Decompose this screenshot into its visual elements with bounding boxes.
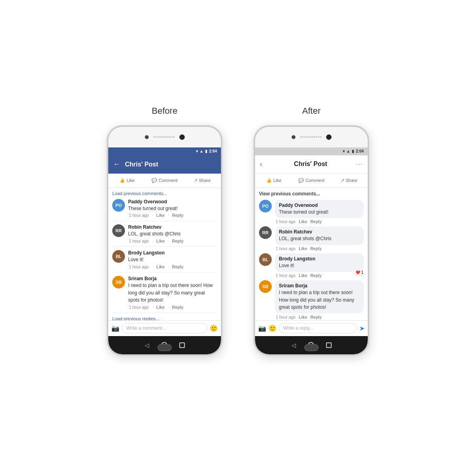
after-label: After bbox=[302, 106, 321, 116]
back-button[interactable]: ← bbox=[113, 160, 120, 168]
share-action[interactable]: ↗ Share bbox=[183, 174, 221, 187]
status-bar: ▾ ▲ ▮ 2:04 bbox=[255, 147, 368, 155]
before-screen: ▾ ▲ ▮ 2:04 ← Chris' Post 👍 Like bbox=[108, 147, 221, 336]
camera-lens bbox=[326, 134, 332, 140]
camera-lens bbox=[179, 134, 185, 140]
reply-button[interactable]: Reply bbox=[172, 305, 184, 310]
comment-bubble: Robin Ratchev LOL, great shots @Chris bbox=[275, 226, 364, 245]
page-title: Chris' Post bbox=[265, 161, 356, 168]
comment-content: Brody Langston Love it! ❤️ 1 1 hour ago … bbox=[275, 253, 364, 278]
header-bar: ‹ Chris' Post ··· bbox=[255, 155, 368, 174]
reply-button[interactable]: Reply bbox=[172, 239, 184, 243]
avatar: SB bbox=[112, 276, 125, 289]
like-icon: 👍 bbox=[119, 178, 125, 183]
more-options-button[interactable]: ··· bbox=[356, 160, 363, 168]
reply-button[interactable]: Reply bbox=[310, 273, 322, 278]
comment-time: 1 hour ago bbox=[276, 315, 296, 319]
avatar: RR bbox=[112, 224, 125, 237]
volume-button bbox=[107, 174, 108, 185]
like-action[interactable]: 👍 Like bbox=[108, 174, 146, 187]
reply-button[interactable]: Reply bbox=[172, 264, 184, 269]
comment-item: PO Paddy Overwood These turned out great… bbox=[112, 199, 217, 222]
comments-area: View previous comments... PO Paddy Overw… bbox=[255, 188, 368, 320]
comment-text: Love it! bbox=[128, 257, 144, 262]
top-bezel bbox=[108, 127, 221, 147]
comment-content: Brody Langston Love it! 1 hour ago · Lik… bbox=[128, 250, 217, 269]
time: 2:04 bbox=[356, 149, 364, 153]
comment-icon: 💬 bbox=[152, 178, 157, 183]
input-placeholder: Write a comment... bbox=[126, 325, 166, 331]
comment-text: Love it! bbox=[279, 263, 294, 268]
share-label: Share bbox=[199, 178, 211, 183]
home-button[interactable] bbox=[157, 344, 172, 351]
like-button[interactable]: Like bbox=[299, 315, 307, 319]
front-camera bbox=[292, 135, 296, 139]
back-button[interactable]: ‹ bbox=[260, 160, 262, 168]
comment-content: Paddy Overwood These turned out great! 1… bbox=[275, 200, 364, 224]
comment-time: 1 hour ago bbox=[276, 246, 296, 251]
send-icon[interactable]: ➤ bbox=[359, 325, 365, 332]
share-action[interactable]: ↗ Share bbox=[330, 174, 368, 187]
comment-text: I need to plan a trip out there soon! Ho… bbox=[279, 290, 354, 310]
comment-label: Comment bbox=[305, 178, 324, 183]
emoji-icon[interactable]: 🙂 bbox=[210, 325, 218, 332]
comment-meta: 1 hour ago Like Reply bbox=[275, 315, 364, 319]
load-previous-replies-btn[interactable]: Load previous replies... bbox=[112, 316, 217, 320]
comment-content: Sriram Borja I need to plan a trip out t… bbox=[275, 280, 364, 319]
like-button[interactable]: Like bbox=[156, 264, 165, 269]
signal-icon: ▲ bbox=[346, 149, 350, 153]
comment-meta: 1 hour ago · Like · Reply bbox=[128, 213, 217, 218]
avatar: PO bbox=[259, 200, 272, 212]
comment-time: 1 hour ago bbox=[129, 239, 149, 243]
back-nav-icon[interactable]: ◁ bbox=[145, 342, 149, 348]
time: 2:04 bbox=[209, 149, 217, 153]
recents-nav-icon[interactable] bbox=[326, 342, 332, 348]
home-button[interactable] bbox=[304, 344, 319, 351]
comment-meta: 1 hour ago Like Reply bbox=[275, 246, 364, 251]
like-button[interactable]: Like bbox=[156, 239, 165, 243]
like-button[interactable]: Like bbox=[299, 219, 307, 224]
after-screen: ▾ ▲ ▮ 2:04 ‹ Chris' Post ··· 👍 Li bbox=[255, 147, 368, 336]
avatar: RR bbox=[259, 226, 272, 239]
reply-input[interactable]: Write a reply... bbox=[279, 323, 357, 333]
like-button[interactable]: Like bbox=[156, 305, 165, 310]
load-previous-btn[interactable]: Load previous comments... bbox=[112, 191, 217, 196]
comment-action[interactable]: 💬 Comment bbox=[146, 174, 184, 187]
comment-content: Robin Ratchev LOL, great shots @Chris 1 … bbox=[128, 224, 217, 243]
comment-content: Sriram Borja I need to plan a trip out t… bbox=[128, 276, 217, 310]
like-button[interactable]: Like bbox=[299, 273, 307, 278]
commenter-name: Brody Langston bbox=[128, 250, 217, 256]
like-action[interactable]: 👍 Like bbox=[255, 174, 293, 187]
comment-input[interactable]: Write a comment... bbox=[122, 323, 207, 333]
before-label: Before bbox=[152, 106, 178, 116]
comment-bubble: Sriram Borja I need to plan a trip out t… bbox=[275, 280, 364, 313]
view-previous-btn[interactable]: View previous comments... bbox=[259, 191, 364, 197]
comment-bubble: Brody Langston Love it! ❤️ 1 bbox=[275, 253, 364, 272]
like-button[interactable]: Like bbox=[156, 213, 165, 218]
back-nav-icon[interactable]: ◁ bbox=[292, 342, 296, 348]
share-icon: ↗ bbox=[194, 178, 198, 183]
camera-icon[interactable]: 📷 bbox=[258, 325, 266, 332]
recents-nav-icon[interactable] bbox=[179, 342, 185, 348]
comment-icon: 💬 bbox=[298, 178, 304, 183]
camera-icon[interactable]: 📷 bbox=[111, 325, 119, 332]
comment-meta: 1 hour ago Like Reply bbox=[275, 273, 364, 278]
comment-meta: 1 hour ago · Like · Reply bbox=[128, 264, 217, 269]
comment-time: 1 hour ago bbox=[276, 219, 296, 224]
avatar: BL bbox=[112, 250, 125, 263]
reply-button[interactable]: Reply bbox=[310, 219, 322, 224]
like-button[interactable]: Like bbox=[299, 246, 307, 251]
status-icons: ▾ ▲ ▮ 2:04 bbox=[343, 149, 364, 153]
reply-button[interactable]: Reply bbox=[310, 315, 322, 319]
reply-button[interactable]: Reply bbox=[172, 213, 184, 218]
comment-action[interactable]: 💬 Comment bbox=[293, 174, 330, 187]
reply-button[interactable]: Reply bbox=[310, 246, 322, 251]
header-bar: ← Chris' Post bbox=[108, 155, 221, 174]
comment-item: PO Paddy Overwood These turned out great… bbox=[259, 200, 364, 224]
commenter-name: Sriram Borja bbox=[279, 283, 360, 289]
reaction-count: 1 bbox=[361, 270, 363, 275]
wifi-icon: ▾ bbox=[196, 149, 198, 153]
comment-time: 1 hour ago bbox=[129, 264, 149, 269]
reaction-emoji: ❤️ bbox=[355, 270, 360, 275]
emoji-icon[interactable]: 🙂 bbox=[269, 325, 276, 332]
